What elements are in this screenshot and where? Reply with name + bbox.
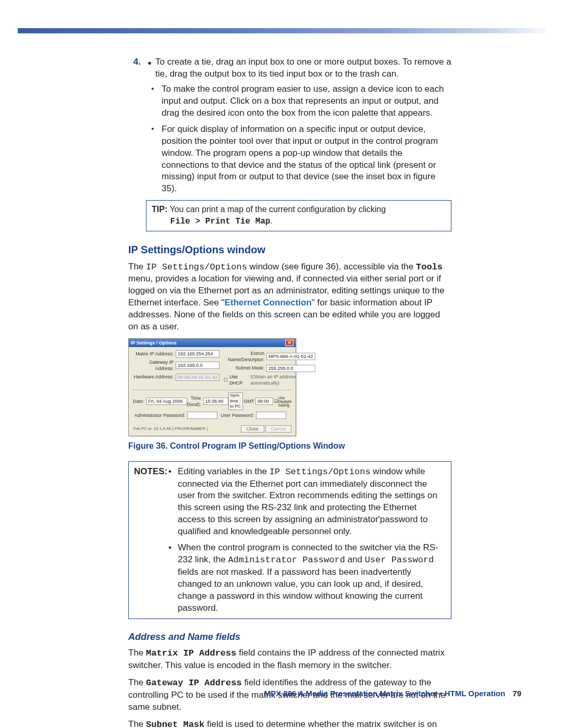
page: 4. ● To create a tie, drag an input box … — [0, 0, 563, 728]
mono-text: User Password — [365, 555, 434, 565]
date-label: Date: — [133, 398, 146, 404]
daylight-checkbox[interactable]: Use Daylight Saving — [278, 396, 291, 407]
subnet-field[interactable]: 255.255.0.0 — [266, 365, 315, 372]
note-item: • When the control program is connected … — [134, 542, 446, 614]
notes-box: NOTES: • Editing variables in the IP Set… — [128, 461, 451, 619]
matrix-ip-label: Matrix IP Address: — [133, 351, 176, 357]
admin-pw-field[interactable] — [187, 412, 217, 419]
notes-label: NOTES: — [134, 466, 168, 478]
tip-mono: File > Print Tie Map — [170, 217, 271, 226]
sub-item: For quick display of information on a sp… — [128, 124, 451, 195]
tip-box: TIP: You can print a map of the current … — [146, 200, 451, 231]
figure-caption: Figure 36. Control Program IP Setting/Op… — [128, 440, 451, 452]
subsection-para: The Subnet Mask field is used to determi… — [128, 719, 451, 728]
bullet-icon: • — [168, 542, 178, 554]
step-4-sublist: To make the control program easier to us… — [128, 83, 451, 195]
mono-text: Subnet Mask — [146, 720, 204, 728]
gmt-field[interactable]: 08:00 — [255, 398, 273, 405]
tip-label: TIP: — [152, 205, 167, 214]
gmt-label: GMT — [243, 398, 255, 404]
close-icon[interactable]: ✕ — [285, 340, 293, 346]
close-button[interactable]: Close — [241, 425, 264, 433]
dhcp-hint: (Obtain an IP address automatically) — [251, 374, 315, 386]
admin-pw-label: Administrator Password: — [133, 412, 187, 418]
page-number: 79 — [512, 689, 521, 698]
sync-time-button[interactable]: Sync time to PC — [228, 392, 243, 410]
tip-tail: . — [271, 216, 273, 225]
subsection-heading: Address and Name fields — [128, 631, 451, 643]
hardware-addr-field: 00-05-A6-01-51-42 — [176, 374, 219, 381]
bullet-icon: • — [168, 466, 178, 478]
name-label: Extron Name/Descriptor: — [224, 350, 266, 363]
gateway-ip-field[interactable]: 192.168.0.0 — [176, 362, 219, 369]
mono-text: Tools — [416, 262, 443, 272]
main-content: 4. ● To create a tie, drag an input box … — [128, 56, 451, 728]
note-item: NOTES: • Editing variables in the IP Set… — [134, 466, 446, 538]
hardware-addr-label: Hardware Address: — [133, 374, 176, 380]
dialog-title: IP Settings / Options — [131, 340, 177, 346]
bullet-icon: ● — [144, 56, 155, 68]
page-footer: MPX 866 A Media Presentation Matrix Swit… — [264, 688, 521, 699]
name-field[interactable]: MPS-866-A-01-51-42 — [266, 353, 315, 360]
mono-text: IP Settings/Options — [146, 262, 247, 272]
dialog-titlebar: IP Settings / Options ✕ — [129, 339, 296, 347]
step-4: 4. ● To create a tie, drag an input box … — [128, 56, 451, 80]
mono-text: Administrator Password — [228, 555, 345, 565]
time-field[interactable]: 15:36:40 — [203, 398, 228, 405]
matrix-ip-field[interactable]: 192.168.254.254 — [176, 350, 219, 357]
mono-text: IP Settings/Options — [270, 467, 371, 477]
tip-text: You can print a map of the current confi… — [169, 205, 386, 214]
dhcp-checkbox[interactable]: Use DHCP — [228, 374, 251, 386]
section-para: The IP Settings/Options window (see figu… — [128, 261, 451, 334]
user-pw-field[interactable] — [256, 412, 286, 419]
dialog-footer-text: The PC is: 10.1.4.48 ( PROGRAMMER ) — [133, 426, 208, 432]
section-heading: IP Settings/Options window — [128, 243, 451, 257]
user-pw-label: User Password: — [217, 412, 256, 418]
subnet-label: Subnet Mask: — [224, 365, 266, 371]
step-text: To create a tie, drag an input box to on… — [155, 56, 451, 80]
header-bar — [18, 28, 545, 33]
step-number: 4. — [128, 56, 144, 68]
ip-settings-dialog: IP Settings / Options ✕ Matrix IP Addres… — [128, 338, 296, 436]
sub-item: To make the control program easier to us… — [128, 83, 451, 119]
gateway-ip-label: Gateway IP Address: — [133, 359, 176, 372]
ethernet-connection-link[interactable]: Ethernet Connection — [225, 298, 312, 307]
time-label: Time (local): — [187, 395, 203, 408]
footer-text: MPX 866 A Media Presentation Matrix Swit… — [264, 689, 505, 698]
date-field[interactable]: Fri, 04 Aug 2006 — [146, 398, 187, 405]
mono-text: Matrix IP Address — [146, 648, 236, 658]
cancel-button: Cancel — [265, 425, 291, 433]
mono-text: Gateway IP Address — [146, 678, 242, 688]
subsection-para: The Matrix IP Address field contains the… — [128, 647, 451, 672]
